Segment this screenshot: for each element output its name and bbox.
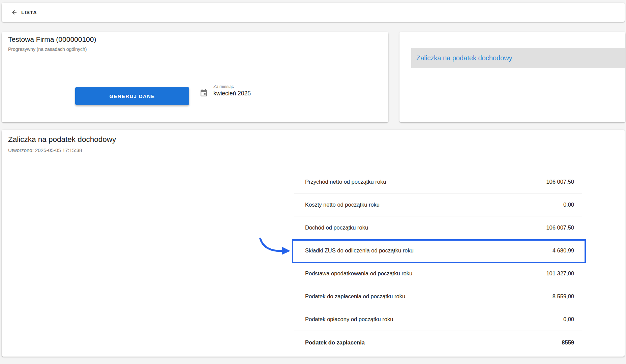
row-value: 101 327,00 (546, 270, 574, 277)
row-label: Podstawa opodatkowania od początku roku (305, 270, 412, 277)
table-row-total: Podatek do zapłacenia 8559 (294, 331, 582, 354)
back-button-label: LISTA (21, 10, 37, 15)
table-row-highlighted: Składki ZUS do odliczenia od początku ro… (294, 239, 582, 262)
company-card: Testowa Firma (000000100) Progresywny (n… (2, 32, 388, 122)
report-title: Zaliczka na podatek dochodowy (8, 135, 116, 144)
table-row: Podatek opłacony od początku roku 0,00 (294, 308, 582, 331)
row-value: 0,00 (563, 316, 574, 323)
tax-summary-table: Przychód netto od początku roku 106 007,… (294, 171, 582, 354)
row-value: 106 007,50 (546, 179, 574, 185)
report-detail-card: Zaliczka na podatek dochodowy Utworzono:… (2, 130, 625, 357)
row-value: 8 559,00 (553, 293, 574, 300)
table-row: Koszty netto od początku roku 0,00 (294, 193, 582, 216)
company-tax-scheme: Progresywny (na zasadach ogólnych) (8, 47, 87, 52)
report-list-item[interactable]: Zaliczka na podatek dochodowy (411, 48, 625, 68)
reports-list-card: Zaliczka na podatek dochodowy (399, 32, 625, 122)
row-value: 0,00 (563, 202, 574, 208)
row-label: Koszty netto od początku roku (305, 202, 380, 208)
row-label: Podatek opłacony od początku roku (305, 316, 393, 323)
row-value: 106 007,50 (546, 224, 574, 231)
month-field-input[interactable]: kwiecień 2025 (213, 90, 315, 97)
row-label: Dochód od początku roku (305, 224, 368, 231)
table-row: Przychód netto od początku roku 106 007,… (294, 171, 582, 193)
back-arrow-icon (11, 9, 18, 16)
row-label: Podatek do zapłacenia od początku roku (305, 293, 405, 300)
app-screen: LISTA Testowa Firma (000000100) Progresy… (0, 0, 626, 364)
table-row: Podatek do zapłacenia od początku roku 8… (294, 285, 582, 308)
annotation-arrow-icon (257, 236, 293, 255)
calendar-icon[interactable] (200, 89, 208, 97)
report-created-timestamp: Utworzono: 2025-05-05 17:15:38 (8, 147, 82, 153)
report-link[interactable]: Zaliczka na podatek dochodowy (416, 54, 512, 62)
row-value: 4 680,99 (553, 247, 574, 254)
back-to-list-button[interactable]: LISTA (11, 9, 37, 16)
company-name: Testowa Firma (000000100) (8, 35, 96, 43)
month-field-underline (213, 102, 315, 102)
row-label: Przychód netto od początku roku (305, 179, 386, 185)
row-value: 8559 (562, 339, 574, 346)
generate-data-button[interactable]: GENERUJ DANE (75, 87, 189, 105)
row-label: Podatek do zapłacenia (305, 339, 365, 346)
table-row: Podstawa opodatkowania od początku roku … (294, 262, 582, 285)
top-bar: LISTA (2, 3, 625, 22)
row-label: Składki ZUS do odliczenia od początku ro… (305, 247, 414, 254)
table-row: Dochód od początku roku 106 007,50 (294, 216, 582, 239)
month-field-label: Za miesiąc (213, 84, 234, 89)
